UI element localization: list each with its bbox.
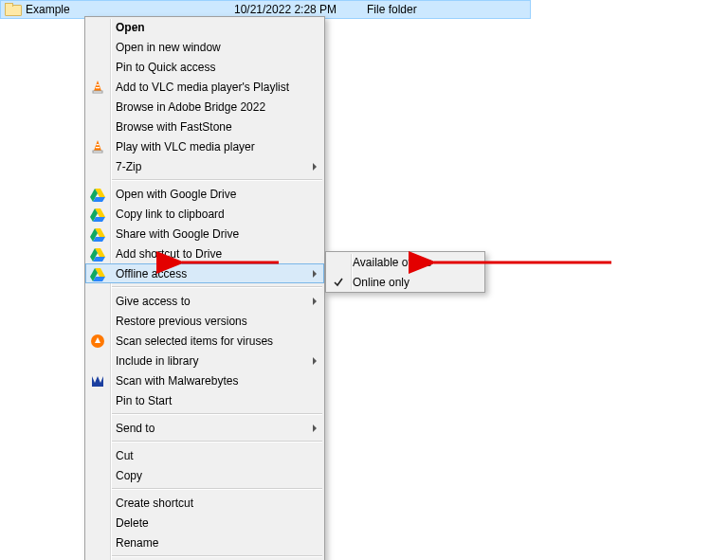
menu-separator [112,441,322,443]
submenu-arrow-icon [313,357,317,365]
svg-rect-2 [97,84,100,85]
annotation-arrow-1 [176,255,281,273]
menu-separator [112,488,322,490]
vlc-icon [90,80,105,95]
menu-item-cut[interactable]: Cut [85,445,324,465]
menu-label: Pin to Start [116,394,172,407]
menu-item-share-google-drive[interactable]: Share with Google Drive [85,224,324,244]
menu-item-give-access[interactable]: Give access to [85,291,324,311]
menu-item-scan-viruses[interactable]: Scan selected items for viruses [85,331,324,351]
menu-item-7zip[interactable]: 7-Zip [85,156,324,176]
menu-separator [112,413,322,415]
menu-label: Cut [116,449,134,462]
google-drive-icon [90,207,105,222]
menu-label: Pin to Quick access [116,61,215,74]
svg-rect-7 [96,147,100,148]
menu-label: Add to VLC media player's Playlist [116,81,289,94]
menu-label: Open with Google Drive [116,188,236,201]
google-drive-icon [90,226,105,242]
menu-label: Open [116,21,145,34]
menu-item-pin-start[interactable]: Pin to Start [85,390,324,410]
svg-marker-0 [94,81,101,91]
menu-label: Browse in Adobe Bridge 2022 [116,100,265,114]
menu-label: Available offline [353,256,432,269]
menu-label: Include in library [116,354,198,368]
menu-item-delete[interactable]: Delete [85,513,324,533]
menu-item-include-library[interactable]: Include in library [85,351,324,370]
check-icon [333,277,344,288]
menu-item-rename[interactable]: Rename [85,533,324,552]
menu-item-create-shortcut[interactable]: Create shortcut [85,493,324,513]
menu-item-open-new-window[interactable]: Open in new window [85,37,324,57]
menu-item-open[interactable]: Open [85,17,324,37]
menu-label: Restore previous versions [116,315,247,328]
avast-icon [90,334,105,349]
menu-label: Browse with FastStone [116,120,232,134]
malwarebytes-icon [90,373,105,388]
submenu-arrow-icon [313,270,317,278]
menu-label: Open in new window [116,41,221,54]
vlc-icon [90,139,105,154]
menu-item-pin-quick-access[interactable]: Pin to Quick access [85,57,324,77]
svg-rect-5 [93,151,102,153]
menu-label: Online only [353,276,410,289]
menu-label: Create shortcut [116,497,193,510]
menu-item-vlc-play[interactable]: Play with VLC media player [85,136,324,156]
menu-item-copy-link[interactable]: Copy link to clipboard [85,204,324,224]
folder-icon [5,3,20,16]
menu-item-send-to[interactable]: Send to [85,418,324,438]
svg-rect-1 [93,91,102,93]
menu-label: 7-Zip [116,160,141,173]
menu-item-malwarebytes[interactable]: Scan with Malwarebytes [85,370,324,390]
submenu-arrow-icon [313,298,317,305]
submenu-arrow-icon [313,425,317,432]
submenu-item-online-only[interactable]: Online only [326,272,484,292]
svg-rect-3 [96,87,100,88]
menu-item-vlc-playlist[interactable]: Add to VLC media player's Playlist [85,77,324,97]
file-name: Example [26,3,234,16]
menu-separator [112,555,322,557]
menu-separator [112,179,322,181]
menu-label: Copy link to clipboard [116,208,225,221]
menu-item-adobe-bridge[interactable]: Browse in Adobe Bridge 2022 [85,97,324,117]
menu-label: Rename [116,536,158,550]
file-date: 10/21/2022 2:28 PM [234,3,367,16]
context-menu: Open Open in new window Pin to Quick acc… [84,16,325,560]
google-drive-icon [90,187,105,202]
menu-item-faststone[interactable]: Browse with FastStone [85,117,324,136]
menu-label: Give access to [116,295,191,308]
google-drive-icon [90,246,105,262]
menu-label: Send to [116,422,155,435]
menu-label: Scan with Malwarebytes [116,374,238,388]
annotation-arrow-2 [428,255,613,273]
menu-item-restore-versions[interactable]: Restore previous versions [85,311,324,331]
menu-separator [112,286,322,288]
menu-label: Scan selected items for viruses [116,334,273,348]
svg-marker-4 [94,140,101,151]
svg-rect-6 [97,144,100,145]
google-drive-icon [90,266,105,281]
file-type: File folder [367,3,481,16]
menu-item-open-google-drive[interactable]: Open with Google Drive [85,184,324,204]
menu-label: Copy [116,469,142,482]
menu-item-copy[interactable]: Copy [85,465,324,485]
submenu-arrow-icon [313,163,317,171]
menu-label: Share with Google Drive [116,227,239,241]
menu-label: Play with VLC media player [116,140,255,154]
menu-label: Delete [116,516,149,530]
